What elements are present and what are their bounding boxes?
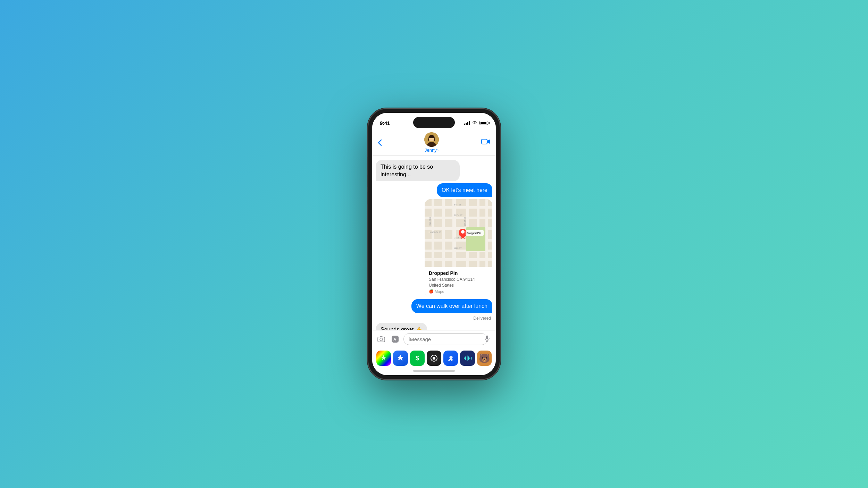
signal-icon (464, 121, 470, 125)
map-svg: 5TH ST 18TH ST 21ST ST HILL ST YORLAND D… (425, 199, 492, 267)
svg-rect-32 (380, 336, 383, 337)
status-time: 9:41 (380, 120, 390, 126)
message-input-wrapper (403, 333, 492, 345)
svg-rect-7 (442, 199, 445, 267)
contact-header[interactable]: Jenny › (424, 132, 439, 153)
delivered-label: Delivered (376, 316, 492, 321)
map-info: Dropped Pin San Francisco CA 94114 Unite… (425, 267, 492, 297)
home-indicator (372, 368, 496, 375)
map-visual: 5TH ST 18TH ST 21ST ST HILL ST YORLAND D… (425, 199, 492, 267)
wifi-icon (472, 120, 477, 126)
svg-rect-40 (464, 357, 465, 359)
dock-icon-circle[interactable] (427, 351, 441, 366)
map-title: Dropped Pin (429, 270, 488, 276)
svg-text:18TH ST: 18TH ST (454, 214, 462, 216)
dock: $ (372, 348, 496, 368)
svg-rect-30 (378, 337, 385, 342)
message-row-map: 5TH ST 18TH ST 21ST ST HILL ST YORLAND D… (376, 199, 492, 297)
incoming-bubble[interactable]: Sounds great 👍 (376, 323, 427, 330)
messages-area: This is going to be so interesting... OK… (372, 156, 496, 330)
svg-text:DOLORES: DOLORES (464, 217, 466, 226)
battery-fill (481, 122, 486, 124)
appstore-button[interactable]: A (390, 334, 401, 345)
svg-text:A: A (393, 337, 396, 341)
back-button[interactable] (378, 139, 382, 146)
svg-rect-41 (465, 356, 466, 360)
map-card[interactable]: 5TH ST 18TH ST 21ST ST HILL ST YORLAND D… (425, 199, 492, 297)
svg-text:HILL ST: HILL ST (454, 247, 462, 249)
message-text: OK let's meet here (442, 187, 487, 193)
svg-rect-17 (425, 258, 492, 261)
avatar (424, 132, 439, 147)
svg-text:Dropped Pin: Dropped Pin (467, 232, 481, 235)
battery-icon (479, 121, 488, 125)
message-row: Sounds great 👍 (376, 323, 492, 330)
svg-rect-4 (482, 139, 487, 144)
message-row: OK let's meet here (376, 183, 492, 197)
incoming-bubble[interactable]: This is going to be so interesting... (376, 160, 460, 181)
message-text: We can walk over after lunch (416, 303, 487, 309)
svg-rect-12 (425, 206, 492, 209)
svg-rect-13 (425, 217, 492, 219)
dock-icon-shazam[interactable] (443, 351, 458, 366)
svg-rect-43 (468, 356, 469, 360)
svg-point-39 (433, 357, 435, 360)
map-source: 🍎 Maps (429, 289, 488, 294)
svg-text:YORLAND: YORLAND (429, 217, 431, 226)
svg-point-27 (461, 230, 465, 234)
contact-name: Jenny › (425, 148, 439, 153)
camera-button[interactable] (376, 334, 387, 345)
outgoing-bubble[interactable]: OK let's meet here (437, 183, 492, 197)
input-bar: A (372, 330, 496, 348)
svg-text:5TH ST: 5TH ST (454, 204, 461, 206)
outgoing-bubble[interactable]: We can walk over after lunch (411, 299, 492, 313)
mic-button[interactable] (485, 336, 490, 343)
phone-screen: 9:41 (372, 113, 496, 375)
svg-rect-35 (486, 336, 488, 339)
svg-rect-11 (485, 199, 488, 267)
svg-point-31 (380, 338, 383, 341)
dynamic-island (413, 117, 455, 128)
home-bar (413, 370, 455, 372)
message-text: This is going to be so interesting... (381, 164, 433, 177)
message-row: We can walk over after lunch (376, 299, 492, 313)
status-icons (464, 120, 489, 126)
dock-icon-appstore[interactable] (393, 351, 408, 366)
dock-icon-cash[interactable]: $ (410, 351, 425, 366)
dock-icon-soundwave[interactable] (460, 351, 475, 366)
phone-device: 9:41 (368, 109, 500, 379)
message-text: Sounds great 👍 (381, 327, 422, 330)
dock-icon-photos[interactable] (376, 351, 391, 366)
nav-header: Jenny › (372, 130, 496, 156)
message-input[interactable] (403, 333, 487, 345)
svg-rect-42 (467, 355, 468, 361)
svg-rect-44 (469, 357, 470, 359)
phone-body: 9:41 (368, 109, 500, 379)
svg-text:HANCOCK ST: HANCOCK ST (429, 231, 442, 233)
dock-icon-memoji[interactable]: 🐻 (477, 351, 492, 366)
svg-rect-45 (471, 357, 472, 360)
svg-rect-8 (452, 199, 456, 267)
map-address: San Francisco CA 94114 United States (429, 277, 488, 288)
video-call-button[interactable] (481, 138, 490, 146)
message-row: This is going to be so interesting... (376, 160, 492, 181)
